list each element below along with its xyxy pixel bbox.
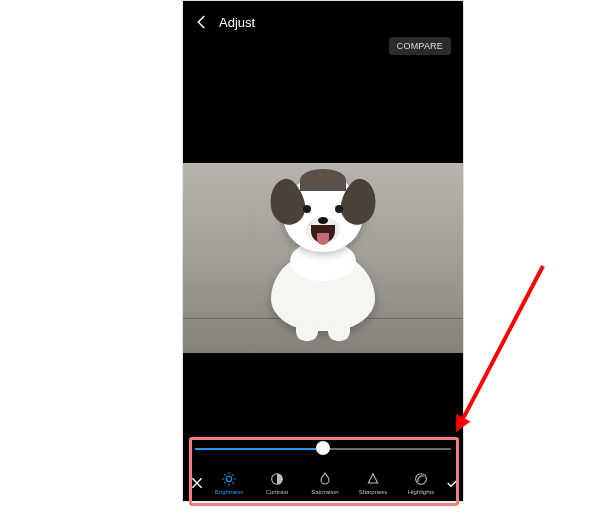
contrast-icon bbox=[269, 471, 285, 487]
tool-sharpness[interactable]: Sharpness bbox=[349, 471, 397, 495]
page-title: Adjust bbox=[219, 15, 255, 30]
svg-point-0 bbox=[226, 476, 231, 481]
photo-preview bbox=[183, 163, 463, 353]
svg-point-2 bbox=[416, 474, 427, 485]
svg-line-3 bbox=[463, 266, 543, 418]
tool-highlights-label: Highlights bbox=[408, 489, 434, 495]
header: Adjust bbox=[183, 11, 463, 33]
tool-sharpness-label: Sharpness bbox=[359, 489, 388, 495]
tool-saturation[interactable]: Saturation bbox=[301, 471, 349, 495]
tool-brightness[interactable]: Brightness bbox=[205, 471, 253, 495]
back-icon[interactable] bbox=[193, 13, 211, 31]
cancel-button[interactable] bbox=[189, 475, 205, 491]
saturation-icon bbox=[317, 471, 333, 487]
slider-thumb[interactable] bbox=[316, 441, 330, 455]
tool-brightness-label: Brightness bbox=[215, 489, 243, 495]
close-icon bbox=[189, 475, 205, 491]
tool-saturation-label: Saturation bbox=[311, 489, 338, 495]
adjust-slider[interactable] bbox=[195, 441, 451, 457]
toolbar: Brightness Contrast Saturation Sharpness… bbox=[183, 465, 463, 501]
brightness-icon bbox=[221, 471, 237, 487]
check-icon bbox=[445, 475, 461, 491]
tool-contrast-label: Contrast bbox=[266, 489, 289, 495]
highlights-icon bbox=[413, 471, 429, 487]
confirm-button[interactable] bbox=[445, 475, 461, 491]
dog-image bbox=[248, 171, 398, 341]
compare-button[interactable]: COMPARE bbox=[389, 37, 451, 55]
phone-screen: Adjust COMPARE bbox=[182, 0, 464, 502]
tool-contrast[interactable]: Contrast bbox=[253, 471, 301, 495]
tool-highlights[interactable]: Highlights bbox=[397, 471, 445, 495]
sharpness-icon bbox=[365, 471, 381, 487]
